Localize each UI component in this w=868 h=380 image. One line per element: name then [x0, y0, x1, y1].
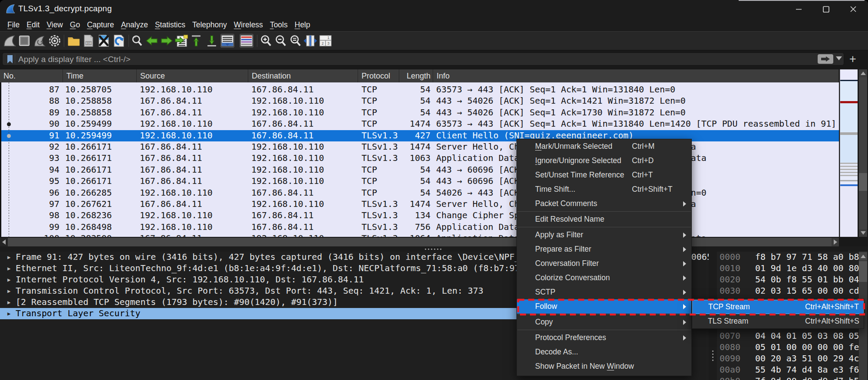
- context-menu-item-set-unset-time-reference[interactable]: Set/Unset Time ReferenceCtrl+T: [517, 168, 691, 182]
- column-header-length[interactable]: Length: [399, 69, 433, 82]
- packet-row[interactable]: 9310.266171167.86.84.11192.168.10.110TLS…: [1, 153, 839, 164]
- expand-arrow-icon[interactable]: ▶: [7, 297, 13, 308]
- context-menu-item-edit-resolved-name[interactable]: Edit Resolved Name: [517, 212, 691, 226]
- go-forward-icon[interactable]: [160, 34, 173, 47]
- zoom-out-icon[interactable]: [274, 34, 287, 47]
- colorize-icon[interactable]: [240, 34, 253, 48]
- menu-go[interactable]: Go: [66, 19, 83, 31]
- menu-analyze[interactable]: Analyze: [118, 19, 151, 31]
- auto-scroll-icon[interactable]: [220, 34, 234, 48]
- expand-arrow-icon[interactable]: ▶: [7, 274, 13, 285]
- packet-row[interactable]: 9610.266285192.168.10.110167.86.84.11TCP…: [1, 187, 839, 199]
- capture-start-icon[interactable]: [3, 34, 16, 47]
- capture-stop-icon[interactable]: [18, 34, 31, 47]
- context-menu-item-sctp[interactable]: SCTP: [517, 285, 691, 299]
- expand-arrow-icon[interactable]: ▶: [7, 263, 13, 274]
- context-menu-item-time-shift[interactable]: Time Shift...Ctrl+Shift+T: [517, 182, 691, 197]
- resize-columns-icon[interactable]: [304, 34, 317, 47]
- menu-edit[interactable]: Edit: [23, 19, 43, 31]
- capture-restart-icon[interactable]: [33, 34, 46, 47]
- hex-row[interactable]: 002054 0b f8 55 01 bb 04: [717, 274, 868, 285]
- menu-tools[interactable]: Tools: [266, 19, 291, 31]
- bookmark-icon[interactable]: [7, 55, 13, 64]
- hex-row[interactable]: 00b07f 0d 00 d0 d9 d7 b5: [717, 376, 868, 380]
- go-first-packet-icon[interactable]: [190, 34, 203, 47]
- context-menu-item-follow[interactable]: Follow: [517, 299, 691, 314]
- context-menu-item-packet-comments[interactable]: Packet Comments: [517, 197, 691, 211]
- menu-help[interactable]: Help: [291, 19, 314, 31]
- save-file-icon[interactable]: 010: [82, 34, 95, 47]
- filter-dropdown-caret[interactable]: [836, 56, 842, 60]
- menu-wireless[interactable]: Wireless: [230, 19, 266, 31]
- submenu-item-tls-stream[interactable]: TLS StreamCtrl+Alt+Shift+S: [692, 314, 864, 328]
- context-menu-item-conversation-filter[interactable]: Conversation Filter: [517, 256, 691, 271]
- context-menu-item-prepare-as-filter[interactable]: Prepare as Filter: [517, 242, 691, 256]
- display-filter-input[interactable]: Apply a display filter ... <Ctrl-/>: [2, 52, 844, 66]
- packet-row[interactable]: 9410.266171167.86.84.11192.168.10.110TCP…: [1, 164, 839, 176]
- column-header-time[interactable]: Time: [63, 69, 137, 82]
- context-menu-item-copy[interactable]: Copy: [517, 315, 691, 329]
- packet-row[interactable]: 10010.283500167.86.84.11192.168.10.110TL…: [1, 233, 839, 237]
- close-file-icon[interactable]: [97, 34, 110, 47]
- bytes-scroll-up-button[interactable]: [859, 252, 867, 260]
- packet-list-hscroll-handle[interactable]: [8, 238, 832, 246]
- expand-arrow-icon[interactable]: ▶: [7, 252, 13, 263]
- go-back-icon[interactable]: [145, 34, 158, 47]
- scroll-left-button[interactable]: [0, 238, 8, 246]
- hex-row[interactable]: 009000 20 a3 51 00 29 4c: [717, 353, 868, 364]
- scroll-down-button[interactable]: [859, 229, 867, 237]
- column-header-protocol[interactable]: Protocol: [358, 69, 399, 82]
- add-filter-button[interactable]: +: [846, 50, 859, 68]
- expand-arrow-icon[interactable]: ▶: [7, 308, 13, 319]
- context-menu-item-decode-as[interactable]: Decode As...: [517, 345, 691, 359]
- hex-row[interactable]: 0000f8 b7 97 71 58 a0 b8: [717, 252, 868, 263]
- packet-row[interactable]: 9710.267621167.86.84.11192.168.10.110TLS…: [1, 199, 839, 210]
- column-header-info[interactable]: Info: [433, 69, 839, 82]
- go-last-packet-icon[interactable]: [205, 34, 218, 47]
- context-menu-item-ignore-unignore-selected[interactable]: Ignore/Unignore SelectedCtrl+D: [517, 154, 691, 168]
- close-button[interactable]: [843, 0, 863, 18]
- hex-row[interactable]: 00a055 4b 74 d4 8a e3 f6: [717, 364, 868, 376]
- intelligent-scrollbar-minimap[interactable]: [840, 69, 858, 237]
- packet-row[interactable]: 9010.259499192.168.10.110167.86.84.11TCP…: [1, 118, 839, 130]
- menu-view[interactable]: View: [43, 19, 66, 31]
- scroll-up-button[interactable]: [859, 69, 867, 77]
- column-header-no[interactable]: No.: [0, 69, 63, 82]
- menu-statistics[interactable]: Statistics: [151, 19, 189, 31]
- bytes-vscroll-handle[interactable]: [859, 261, 867, 282]
- hex-row[interactable]: 001001 9d 1e d3 40 00 80: [717, 263, 868, 274]
- maximize-button[interactable]: [816, 0, 836, 18]
- context-menu-item-apply-as-filter[interactable]: Apply as Filter: [517, 228, 691, 242]
- packet-list-vscroll-handle[interactable]: [859, 173, 867, 191]
- zoom-in-icon[interactable]: [260, 34, 273, 47]
- minimize-button[interactable]: [789, 0, 809, 18]
- zoom-normal-icon[interactable]: [289, 34, 302, 47]
- context-menu-item-protocol-preferences[interactable]: Protocol Preferences: [517, 331, 691, 345]
- packet-row[interactable]: 8910.258858167.86.84.11192.168.10.110TCP…: [1, 107, 839, 118]
- pane-splitter-horizontal[interactable]: [0, 246, 868, 252]
- packet-row[interactable]: 8810.258858167.86.84.11192.168.10.110TCP…: [1, 95, 839, 107]
- find-packet-icon[interactable]: [131, 34, 144, 47]
- context-menu-item-show-packet-in-new-window[interactable]: Show Packet in New Window: [517, 359, 691, 373]
- menu-capture[interactable]: Capture: [83, 19, 117, 31]
- go-to-packet-icon[interactable]: [175, 34, 188, 47]
- capture-options-icon[interactable]: [48, 34, 61, 47]
- column-header-destination[interactable]: Destination: [248, 69, 358, 82]
- packet-list-vscrollbar[interactable]: [859, 69, 867, 237]
- hex-row[interactable]: 008005 01 00 00 00 00 fe: [717, 342, 868, 353]
- expand-arrow-icon[interactable]: ▶: [7, 285, 13, 297]
- packet-row[interactable]: 9810.268236192.168.10.110167.86.84.11TLS…: [1, 210, 839, 221]
- packet-row[interactable]: 8710.258705192.168.10.110167.86.84.11TCP…: [1, 84, 839, 95]
- hex-row[interactable]: 007004 04 01 05 03 08 05: [717, 331, 868, 342]
- submenu-item-tcp-stream[interactable]: TCP StreamCtrl+Alt+Shift+T: [692, 300, 864, 314]
- context-menu-item-mark-unmark-selected[interactable]: Mark/Unmark SelectedCtrl+M: [517, 139, 691, 154]
- packet-row[interactable]: 9210.266171167.86.84.11192.168.10.110TLS…: [1, 141, 839, 153]
- packet-row-selected[interactable]: 9110.259499192.168.10.110167.86.84.11TLS…: [1, 130, 839, 141]
- apply-filter-button[interactable]: [818, 54, 833, 64]
- menu-telephony[interactable]: Telephony: [189, 19, 230, 31]
- scroll-right-button[interactable]: [832, 238, 839, 246]
- reload-file-icon[interactable]: [112, 34, 125, 47]
- menu-file[interactable]: File: [4, 19, 23, 31]
- packet-row[interactable]: 9510.266171167.86.84.11192.168.10.110TCP…: [1, 176, 839, 187]
- column-header-source[interactable]: Source: [137, 69, 248, 82]
